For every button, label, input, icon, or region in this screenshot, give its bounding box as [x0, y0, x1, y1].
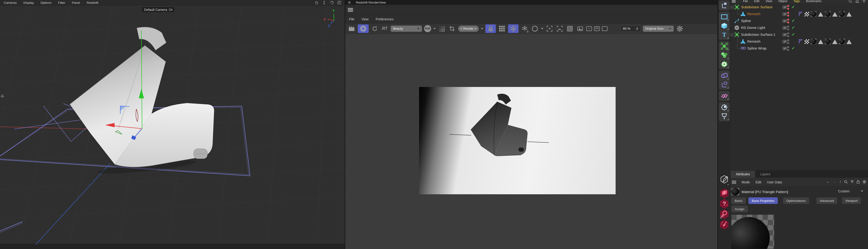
tab-base-properties[interactable]: Base Properties	[748, 197, 778, 204]
toggle-view-icon[interactable]	[337, 0, 341, 5]
picture-icon[interactable]	[576, 24, 584, 33]
subdivision-generator-icon[interactable]	[719, 42, 729, 51]
object-row[interactable]: – Subdivision Surface.1 ✓	[731, 31, 868, 38]
tab-layers[interactable]: Layers	[755, 170, 775, 178]
visibility-dots[interactable]	[787, 19, 789, 24]
object-row[interactable]: Spline Wrap ✓	[731, 45, 868, 52]
spline-tag-icon[interactable]	[798, 11, 803, 17]
phong-tag-icon[interactable]	[818, 39, 823, 44]
viewport-menu-filter[interactable]: Filter	[58, 1, 66, 4]
tag-list[interactable]	[798, 11, 852, 17]
visibility-dots[interactable]	[787, 46, 789, 52]
viewport-scene[interactable]	[0, 5, 345, 249]
history-forward-icon[interactable]: →	[833, 180, 837, 184]
auto-find-texture-icon[interactable]: AUTO	[719, 209, 729, 219]
preset-dropdown[interactable]: Custom	[838, 189, 863, 193]
redshift-object-tag-icon[interactable]	[805, 12, 809, 17]
edit-toggle[interactable]	[782, 47, 787, 50]
dither-icon[interactable]	[438, 24, 446, 33]
material-layers-icon[interactable]	[719, 188, 729, 198]
om-menu-edit[interactable]: Edit	[754, 0, 760, 3]
edit-toggle[interactable]	[782, 19, 787, 23]
settings-gear-icon[interactable]	[676, 24, 684, 33]
edit-toggle[interactable]	[782, 5, 787, 9]
om-search-icon[interactable]	[848, 0, 852, 3]
object-row[interactable]: Spline ✓	[731, 18, 868, 24]
attr-menu-edit[interactable]: Edit	[755, 180, 762, 184]
visibility-dots[interactable]	[787, 39, 789, 45]
edit-toggle[interactable]	[782, 40, 787, 43]
expand-toggle-icon[interactable]: –	[731, 6, 733, 8]
focus-picker-icon[interactable]	[546, 24, 554, 33]
object-row[interactable]: Remesh	[731, 11, 868, 18]
om-menu-view[interactable]: View	[765, 0, 773, 3]
region-picker-icon[interactable]	[556, 24, 564, 33]
material-tag-icon[interactable]	[825, 11, 831, 17]
attr-filter-icon[interactable]	[850, 180, 854, 184]
object-row[interactable]: RS Dome Light ✓	[731, 24, 868, 31]
enabled-check-icon[interactable]: ✓	[792, 25, 795, 30]
viewport-menu-display[interactable]: Display	[23, 1, 34, 4]
clay-dropdown-icon[interactable]	[541, 28, 544, 29]
phong-tag-icon[interactable]	[846, 12, 852, 17]
hamburger-icon[interactable]	[348, 8, 353, 12]
material-tag-icon[interactable]	[811, 11, 816, 17]
render-production-icon[interactable]	[348, 24, 355, 33]
enabled-check-icon[interactable]: ✓	[792, 46, 795, 51]
enabled-check-icon[interactable]: ✓	[792, 32, 795, 37]
pan-view-icon[interactable]	[314, 0, 319, 5]
freeze-geometry-icon[interactable]: G	[521, 24, 529, 33]
om-filter-icon[interactable]	[862, 0, 866, 3]
visibility-dots[interactable]	[787, 32, 789, 38]
material-tag-icon[interactable]	[825, 39, 831, 44]
tab-optimizations[interactable]: Optimizations	[783, 197, 809, 204]
phong-tag-icon[interactable]	[846, 39, 852, 44]
close-icon[interactable]	[348, 1, 351, 4]
start-ipr-button[interactable]	[358, 24, 369, 33]
snapshot-to-pv-icon[interactable]: PV	[594, 26, 600, 31]
bucket-render-stepper[interactable]: < Render >	[458, 26, 479, 32]
viewport-menu-panel[interactable]: Panel	[71, 1, 81, 4]
restart-render-icon[interactable]	[371, 24, 379, 33]
edit-toggle[interactable]	[782, 26, 787, 30]
visibility-dots[interactable]	[787, 12, 789, 18]
om-menu-file[interactable]: File	[743, 0, 748, 3]
enabled-check-icon[interactable]: ✓	[792, 18, 795, 23]
material-tag-icon[interactable]	[839, 11, 845, 17]
om-menu-object[interactable]: Object	[778, 0, 788, 3]
visibility-dots[interactable]	[787, 26, 789, 31]
rv-menu-file[interactable]: File	[348, 17, 355, 21]
object-row[interactable]: Remesh	[731, 38, 868, 45]
compare-wipe-icon[interactable]	[566, 24, 574, 33]
attr-lock-icon[interactable]	[857, 180, 860, 184]
material-tag-icon[interactable]	[839, 39, 845, 44]
deformer-icon[interactable]	[719, 71, 729, 80]
stage-floor-icon[interactable]	[719, 112, 729, 121]
volume-builder-icon[interactable]	[719, 51, 729, 60]
history-back-icon[interactable]: ←	[826, 180, 830, 184]
attr-target-icon[interactable]	[863, 180, 866, 184]
attr-menu-mode[interactable]: Mode	[741, 180, 750, 184]
mograph-cloner-icon[interactable]	[719, 60, 729, 69]
tab-attributes[interactable]: Attributes	[731, 170, 755, 178]
instance-planes-icon[interactable]	[719, 91, 729, 100]
phong-tag-icon[interactable]	[818, 12, 823, 17]
rv-menu-view[interactable]: View	[361, 17, 369, 21]
material-preview[interactable]	[731, 214, 774, 249]
viewport-menu-redshift[interactable]: Redshift	[86, 1, 99, 4]
attr-hamburger-icon[interactable]	[732, 181, 736, 184]
channel-rgb-button[interactable]: RGB	[424, 25, 431, 32]
phong-tag-icon[interactable]	[832, 12, 837, 17]
expand-toggle-icon[interactable]: –	[731, 33, 733, 36]
freeze-tessellation-button[interactable]	[508, 24, 519, 33]
spline-pen-icon[interactable]	[719, 12, 729, 21]
edit-material-icon[interactable]	[719, 174, 729, 186]
zoom-level-input[interactable]: 65 %	[620, 26, 641, 32]
visibility-dots[interactable]	[787, 5, 789, 11]
missing-texture-icon[interactable]: ?×	[719, 198, 729, 209]
object-row[interactable]: – Subdivision Surface ✓	[731, 4, 868, 11]
om-menu-tags[interactable]: Tags	[793, 0, 800, 3]
tab-basic[interactable]: Basic	[732, 197, 746, 204]
phong-tag-icon[interactable]	[832, 39, 837, 44]
up-level-icon[interactable]: ↑	[839, 180, 841, 184]
